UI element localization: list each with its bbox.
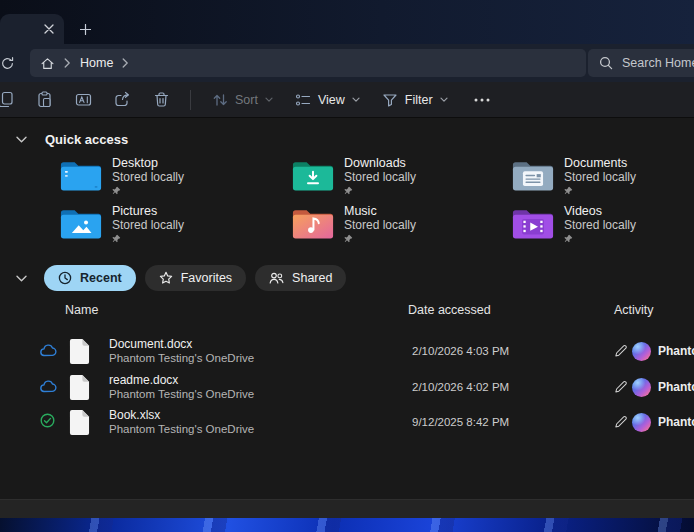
activity-user: Phantom	[658, 415, 694, 429]
chevron-right-icon[interactable]	[122, 58, 129, 68]
date-accessed: 2/10/2026 4:02 PM	[412, 381, 509, 393]
filter-button[interactable]: Filter	[373, 86, 457, 114]
tile-documents[interactable]: Documents Stored locally	[512, 156, 694, 200]
music-folder-icon	[292, 205, 334, 248]
cloud-online-icon	[40, 344, 57, 357]
paste-icon	[36, 91, 53, 108]
chevron-down-icon	[440, 97, 448, 103]
close-icon	[44, 24, 54, 34]
tile-name: Videos	[564, 204, 636, 218]
search-input[interactable]: Search Home	[622, 56, 694, 70]
quick-access-title: Quick access	[45, 132, 128, 147]
synced-check-icon	[40, 413, 55, 428]
view-label: View	[318, 93, 345, 107]
file-name: Book.xlsx	[109, 408, 160, 422]
pin-icon	[344, 186, 416, 195]
file-location: Phantom Testing's OneDrive	[109, 388, 254, 400]
pill-favorites[interactable]: Favorites	[145, 265, 246, 291]
star-icon	[159, 271, 173, 285]
tile-name: Documents	[564, 156, 636, 170]
edit-activity-icon	[614, 415, 627, 428]
people-icon	[269, 271, 284, 285]
share-button[interactable]	[105, 86, 139, 114]
file-location: Phantom Testing's OneDrive	[109, 423, 254, 435]
tile-name: Music	[344, 204, 416, 218]
column-header-date-accessed[interactable]: Date accessed	[408, 303, 491, 317]
pill-label: Recent	[80, 271, 122, 285]
filter-label: Filter	[405, 93, 433, 107]
titlebar	[0, 0, 694, 44]
copy-button[interactable]	[0, 86, 22, 114]
tile-name: Downloads	[344, 156, 416, 170]
table-row[interactable]: Document.docx Phantom Testing's OneDrive…	[30, 334, 694, 370]
avatar	[632, 413, 651, 432]
avatar	[632, 378, 651, 397]
table-row[interactable]: Book.xlsx Phantom Testing's OneDrive 9/1…	[30, 405, 694, 441]
tile-desktop[interactable]: Desktop Stored locally	[60, 156, 276, 200]
refresh-button[interactable]	[0, 51, 19, 75]
chevron-down-icon	[16, 136, 27, 143]
paste-button[interactable]	[27, 86, 61, 114]
file-explorer-window: Home Search Home Sort	[0, 0, 694, 532]
view-icon	[295, 92, 311, 108]
tile-downloads[interactable]: Downloads Stored locally	[292, 156, 508, 200]
file-name: Document.docx	[109, 337, 192, 351]
file-location: Phantom Testing's OneDrive	[109, 352, 254, 364]
desktop-folder-icon	[60, 157, 102, 200]
rename-icon	[75, 91, 92, 108]
pill-recent[interactable]: Recent	[44, 265, 136, 291]
copy-icon	[0, 91, 14, 108]
status-bar	[0, 499, 694, 518]
delete-button[interactable]	[144, 86, 178, 114]
tile-music[interactable]: Music Stored locally	[292, 204, 508, 248]
table-row[interactable]: readme.docx Phantom Testing's OneDrive 2…	[30, 370, 694, 406]
videos-folder-icon	[512, 205, 554, 248]
breadcrumb-home[interactable]: Home	[80, 56, 113, 70]
spreadsheet-file-icon	[69, 409, 90, 436]
column-header-name[interactable]: Name	[65, 303, 98, 317]
tile-pictures[interactable]: Pictures Stored locally	[60, 204, 276, 248]
pin-icon	[564, 234, 636, 243]
toolbar-divider	[190, 90, 191, 110]
pill-label: Favorites	[181, 271, 232, 285]
sort-button[interactable]: Sort	[203, 86, 282, 114]
section-pills: Recent Favorites Shared	[0, 264, 694, 292]
pill-shared[interactable]: Shared	[255, 265, 346, 291]
documents-folder-icon	[512, 157, 554, 200]
explorer-tab[interactable]	[0, 14, 64, 44]
view-button[interactable]: View	[286, 86, 369, 114]
share-icon	[114, 91, 131, 108]
file-name: readme.docx	[109, 373, 178, 387]
recent-table-header: Name Date accessed Activity	[0, 303, 694, 321]
tile-videos[interactable]: Videos Stored locally	[512, 204, 694, 248]
recent-collapse-button[interactable]	[7, 268, 35, 288]
quick-access-collapse-button[interactable]	[7, 129, 35, 149]
date-accessed: 9/12/2025 8:42 PM	[412, 416, 509, 428]
tile-status: Stored locally	[344, 218, 416, 232]
chevron-down-icon	[16, 275, 27, 282]
navigation-bar: Home Search Home	[0, 44, 694, 82]
activity-user: Phantom	[658, 380, 694, 394]
search-icon	[599, 56, 613, 70]
chevron-right-icon[interactable]	[64, 58, 71, 68]
sort-label: Sort	[235, 93, 258, 107]
home-icon[interactable]	[40, 56, 55, 71]
filter-icon	[382, 92, 398, 108]
desktop-wallpaper	[0, 518, 694, 532]
pin-icon	[112, 186, 184, 195]
new-tab-button[interactable]	[73, 17, 97, 41]
refresh-icon	[0, 56, 15, 71]
search-box[interactable]: Search Home	[588, 49, 694, 77]
chevron-down-icon	[265, 97, 273, 103]
tab-close-button[interactable]	[39, 19, 59, 39]
pictures-folder-icon	[60, 205, 102, 248]
tile-name: Pictures	[112, 204, 184, 218]
pin-icon	[112, 234, 184, 243]
command-toolbar: Sort View Filter	[0, 82, 694, 118]
breadcrumb[interactable]: Home	[30, 49, 586, 77]
pill-label: Shared	[292, 271, 332, 285]
column-header-activity[interactable]: Activity	[614, 303, 654, 317]
more-options-button[interactable]	[465, 86, 499, 114]
rename-button[interactable]	[66, 86, 100, 114]
tile-name: Desktop	[112, 156, 184, 170]
